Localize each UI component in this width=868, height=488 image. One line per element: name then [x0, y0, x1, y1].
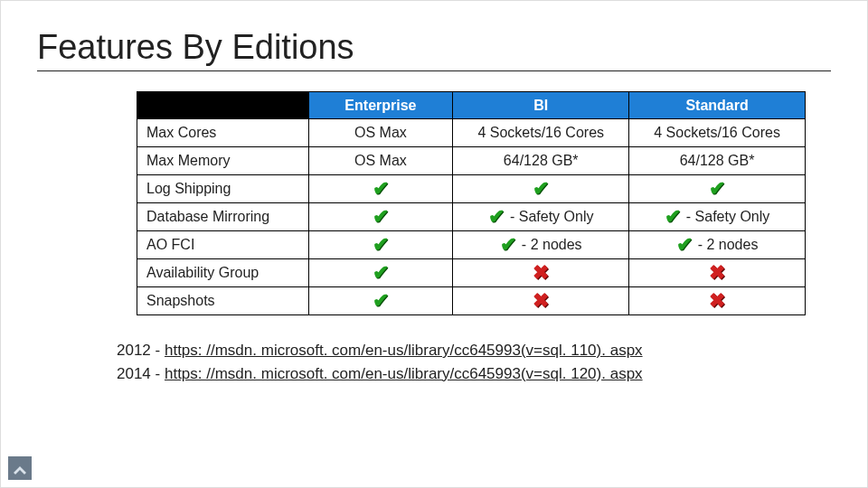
feature-label: Max Memory [137, 147, 309, 175]
feature-label: Snapshots [137, 287, 309, 315]
cell-text: - 2 nodes [698, 237, 759, 253]
cell-text: OS Max [354, 125, 407, 141]
cell-text: - Safety Only [686, 209, 769, 225]
check-icon: ✔ [533, 179, 549, 199]
cell-text: 64/128 GB* [504, 153, 579, 169]
cell-avail-group-std: ✖ [629, 259, 806, 287]
feature-label: AO FCI [137, 231, 309, 259]
feature-label: Log Shipping [137, 175, 309, 203]
cell-snapshots-ent: ✔ [308, 287, 453, 315]
cell-max-cores-std: 4 Sockets/16 Cores [629, 119, 806, 147]
feature-table-wrap: Enterprise BI Standard Max Cores OS Max … [137, 91, 806, 315]
cell-max-memory-ent: OS Max [308, 147, 453, 175]
cell-log-shipping-ent: ✔ [308, 175, 453, 203]
link-dash: - [156, 342, 165, 359]
footer-logo-icon [8, 456, 32, 480]
cell-ao-fci-std: ✔- 2 nodes [629, 231, 806, 259]
link-year: 2012 [117, 342, 151, 359]
link-line-2014: 2014 - https: //msdn. microsoft. com/en-… [117, 362, 831, 386]
cell-snapshots-std: ✖ [629, 287, 806, 315]
cell-avail-group-bi: ✖ [453, 259, 629, 287]
check-icon: ✔ [488, 207, 505, 227]
row-max-memory: Max Memory OS Max 64/128 GB* 64/128 GB* [137, 147, 806, 175]
cross-icon: ✖ [709, 263, 725, 283]
row-snapshots: Snapshots ✔ ✖ ✖ [137, 287, 806, 315]
table-header-row: Enterprise BI Standard [137, 92, 806, 119]
check-icon: ✔ [373, 207, 389, 227]
svg-marker-0 [14, 466, 26, 474]
check-icon: ✔ [373, 291, 389, 311]
page-title: Features By Editions [37, 28, 831, 67]
cell-max-cores-bi: 4 Sockets/16 Cores [453, 119, 629, 147]
link-dash: - [156, 365, 165, 382]
cell-avail-group-ent: ✔ [308, 259, 453, 287]
row-max-cores: Max Cores OS Max 4 Sockets/16 Cores 4 So… [137, 119, 806, 147]
row-ao-fci: AO FCI ✔ ✔- 2 nodes ✔- 2 nodes [137, 231, 806, 259]
cross-icon: ✖ [709, 291, 725, 311]
check-icon: ✔ [373, 235, 389, 255]
check-icon: ✔ [500, 235, 516, 255]
cell-ao-fci-bi: ✔- 2 nodes [453, 231, 629, 259]
cell-max-memory-bi: 64/128 GB* [453, 147, 629, 175]
row-db-mirroring: Database Mirroring ✔ ✔- Safety Only ✔- S… [137, 203, 806, 231]
link-line-2012: 2012 - https: //msdn. microsoft. com/en-… [117, 339, 831, 362]
links-block: 2012 - https: //msdn. microsoft. com/en-… [117, 339, 831, 385]
link-2014[interactable]: https: //msdn. microsoft. com/en-us/libr… [165, 365, 643, 382]
table-corner [137, 92, 309, 119]
cell-log-shipping-std: ✔ [629, 175, 806, 203]
feature-label: Database Mirroring [137, 203, 309, 231]
row-log-shipping: Log Shipping ✔ ✔ ✔ [137, 175, 806, 203]
cell-max-cores-ent: OS Max [308, 119, 453, 147]
feature-label: Max Cores [137, 119, 309, 147]
cross-icon: ✖ [533, 263, 549, 283]
cell-text: 4 Sockets/16 Cores [477, 125, 604, 141]
feature-label: Availability Group [137, 259, 309, 287]
edition-header-enterprise: Enterprise [308, 92, 453, 119]
check-icon: ✔ [665, 207, 681, 227]
cell-db-mirroring-bi: ✔- Safety Only [453, 203, 629, 231]
link-year: 2014 [117, 365, 151, 382]
cell-text: - Safety Only [510, 209, 593, 225]
cross-icon: ✖ [533, 291, 549, 311]
cell-max-memory-std: 64/128 GB* [629, 147, 806, 175]
link-2012[interactable]: https: //msdn. microsoft. com/en-us/libr… [165, 342, 643, 359]
cell-ao-fci-ent: ✔ [308, 231, 453, 259]
cell-log-shipping-bi: ✔ [453, 175, 629, 203]
row-availability-group: Availability Group ✔ ✖ ✖ [137, 259, 806, 287]
title-rule [37, 70, 831, 71]
check-icon: ✔ [373, 263, 389, 283]
check-icon: ✔ [709, 179, 725, 199]
cell-snapshots-bi: ✖ [453, 287, 629, 315]
cell-db-mirroring-std: ✔- Safety Only [629, 203, 806, 231]
edition-header-standard: Standard [629, 92, 806, 119]
check-icon: ✔ [373, 179, 389, 199]
feature-table: Enterprise BI Standard Max Cores OS Max … [137, 91, 806, 315]
cell-text: 64/128 GB* [680, 153, 755, 169]
cell-text: OS Max [354, 153, 407, 169]
cell-text: 4 Sockets/16 Cores [654, 125, 780, 141]
check-icon: ✔ [676, 235, 693, 255]
cell-text: - 2 nodes [522, 237, 582, 253]
cell-db-mirroring-ent: ✔ [308, 203, 453, 231]
edition-header-bi: BI [453, 92, 629, 119]
